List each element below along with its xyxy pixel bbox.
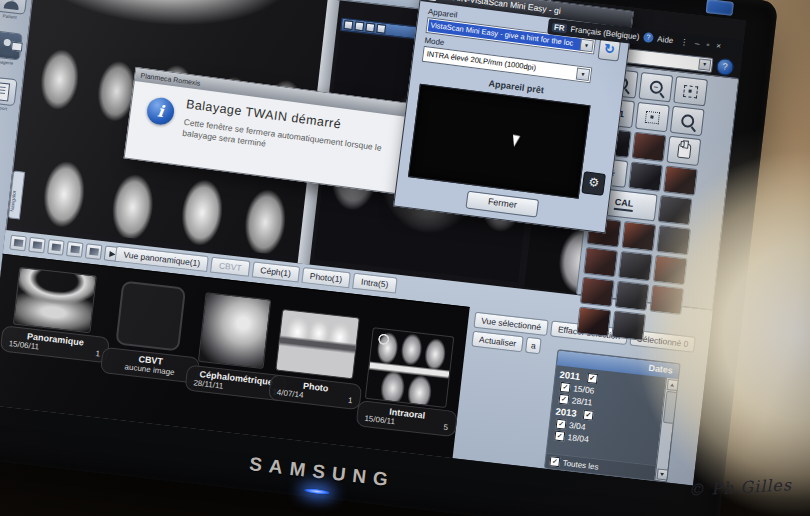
checkbox-checked[interactable]: ✓ xyxy=(583,409,594,420)
circle-select-icon[interactable] xyxy=(85,243,103,260)
pan-hand-button[interactable] xyxy=(666,136,701,166)
sidebar-item-patient[interactable]: Patient xyxy=(0,0,28,21)
language-code-badge[interactable]: FR xyxy=(552,22,568,33)
filter-tool-button[interactable] xyxy=(621,221,656,251)
checkbox-checked[interactable]: ✓ xyxy=(587,372,598,383)
twain-dialog-title: TWAIN-VistaScan Mini Easy - gi xyxy=(440,0,562,16)
refresh-button[interactable]: Actualiser xyxy=(471,331,524,353)
checkbox-checked[interactable]: ✓ xyxy=(560,382,571,393)
options-menu-icon[interactable]: ⋮ xyxy=(680,37,689,47)
help-icon[interactable]: ? xyxy=(643,32,654,43)
zoom-out-button[interactable]: − xyxy=(638,72,673,102)
close-icon[interactable]: × xyxy=(716,41,722,50)
message-box-title: Planmeca Romexis xyxy=(140,72,201,87)
filter-tool-button[interactable] xyxy=(576,306,611,336)
minimize-icon[interactable]: – xyxy=(695,38,700,47)
scan-preview-area xyxy=(408,84,591,199)
checkbox-checked[interactable]: ✓ xyxy=(549,456,560,467)
filter-tool-button[interactable] xyxy=(649,285,684,315)
checkbox-checked[interactable]: ✓ xyxy=(556,419,567,430)
thumbnail-cephalometrique[interactable] xyxy=(198,292,271,369)
thumbnail-label: Photo 4/07/141 xyxy=(268,374,362,410)
chevron-down-icon[interactable]: ▾ xyxy=(698,58,711,70)
filter-tool-button[interactable] xyxy=(656,225,691,255)
sidebar-item-imagerie[interactable]: Imagerie xyxy=(0,30,23,66)
tab-cbvt[interactable]: CBVT xyxy=(210,257,250,277)
chevron-down-icon[interactable]: ▾ xyxy=(579,39,593,53)
tab-ceph[interactable]: Céph(1) xyxy=(252,261,300,282)
window-tool-icon[interactable] xyxy=(343,20,353,30)
filter-tool-button[interactable] xyxy=(618,251,653,281)
imaging-icon xyxy=(0,30,23,60)
colorize-tool-button[interactable] xyxy=(663,165,698,195)
samsung-logo: SAMSUNG xyxy=(248,453,396,491)
scrollbar-thumb[interactable] xyxy=(663,391,678,424)
window-tool-icon[interactable] xyxy=(365,23,375,33)
power-led xyxy=(304,487,330,495)
report-icon xyxy=(0,76,18,106)
help-circle-icon[interactable]: ? xyxy=(716,58,735,77)
sidebar-item-rapport[interactable]: Rapport xyxy=(0,76,18,112)
fit-screen-button[interactable] xyxy=(673,76,708,106)
thumbnail-panoramique[interactable] xyxy=(13,267,97,333)
scroll-up-icon[interactable] xyxy=(667,379,679,391)
tab-photo[interactable]: Photo(1) xyxy=(301,267,351,288)
filter-tool-button[interactable] xyxy=(583,247,618,277)
fermer-button[interactable]: Fermer xyxy=(465,191,539,218)
scroll-down-icon[interactable] xyxy=(656,468,668,480)
checkbox-checked[interactable]: ✓ xyxy=(554,431,565,442)
tab-intra[interactable]: Intra(5) xyxy=(352,273,397,294)
help-menu[interactable]: Aide xyxy=(657,34,674,45)
screen: Patients Patient Imagerie Rapport ↶ ↷ xyxy=(0,0,746,485)
filter-tool-button[interactable] xyxy=(611,310,646,340)
filter-tool-button[interactable] xyxy=(580,277,615,307)
thumbnail-cbvt-empty[interactable] xyxy=(115,281,186,352)
thumbnail-view-icon[interactable] xyxy=(9,235,27,252)
more-button[interactable]: a xyxy=(525,337,541,355)
maximize-icon[interactable]: ▫ xyxy=(706,40,710,49)
rect-select-icon[interactable] xyxy=(66,241,84,258)
gear-icon[interactable]: ⚙ xyxy=(581,171,606,196)
thumbnail-intraoral[interactable] xyxy=(365,327,455,408)
mouse-cursor-icon xyxy=(513,134,521,147)
select-region-button[interactable] xyxy=(635,102,670,132)
thumbnail-label: Panoramique 15/06/111 xyxy=(0,325,110,363)
chevron-down-icon[interactable]: ▾ xyxy=(576,68,590,82)
window-tool-icon[interactable] xyxy=(376,24,386,34)
magnifier-button[interactable] xyxy=(670,106,705,136)
filter-tool-button[interactable] xyxy=(658,195,693,225)
invert-tool-button[interactable] xyxy=(628,161,663,191)
info-icon: i xyxy=(145,96,175,126)
grid-view-icon[interactable] xyxy=(47,239,65,256)
thumbnail-photo[interactable] xyxy=(275,309,360,379)
monitor: Patients Patient Imagerie Rapport ↶ ↷ xyxy=(0,0,778,516)
filmstrip: Panoramique 15/06/111 CBVT aucune image … xyxy=(0,254,470,459)
filter-tool-button[interactable] xyxy=(653,255,688,285)
list-view-icon[interactable] xyxy=(28,237,46,254)
dates-panel: Dates 2011 ✓ ✓ 15/06 ✓ 28/11 2 xyxy=(544,349,681,482)
bezel-sticker xyxy=(706,0,734,16)
brightness-tool-button[interactable] xyxy=(632,132,667,162)
window-tool-icon[interactable] xyxy=(354,21,364,31)
filter-tool-button[interactable] xyxy=(615,281,650,311)
checkbox-checked[interactable]: ✓ xyxy=(558,394,569,405)
